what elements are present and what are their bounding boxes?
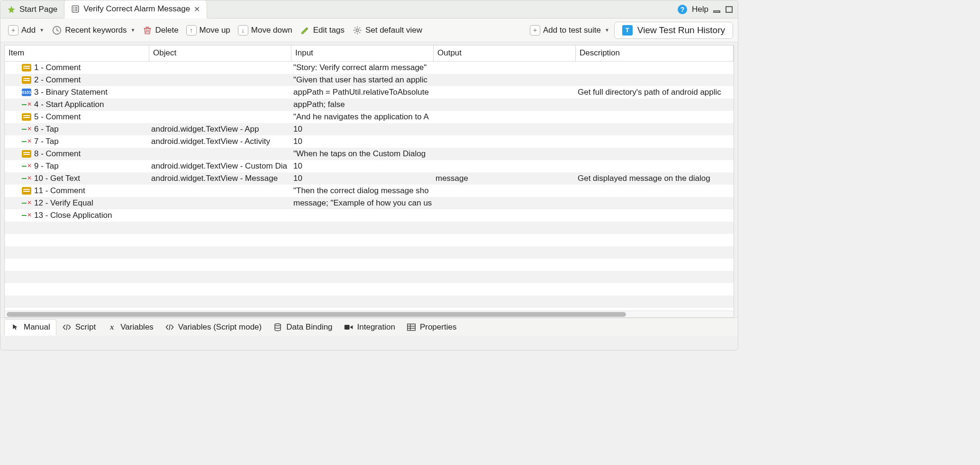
object-cell: android.widget.TextView - Activity [149,135,291,148]
object-cell [149,98,291,111]
tab-manual[interactable]: Manual [4,319,56,336]
object-cell [149,185,291,197]
code-icon [165,323,174,331]
table-row[interactable]: 4 - Start ApplicationappPath; false [5,98,734,111]
view-history-label: View Test Run History [637,25,725,36]
table-row[interactable]: 5 - Comment"And he navigates the applica… [5,111,734,123]
table-row[interactable]: 6 - Tapandroid.widget.TextView - App10 [5,123,734,135]
comment-icon [22,150,31,158]
close-icon[interactable]: ✕ [194,5,200,14]
grid-icon [407,323,416,331]
tab-variables[interactable]: x Variables [101,320,159,335]
arrow-down-icon: ↓ [238,25,248,36]
object-cell [149,209,291,222]
set-default-label: Set default view [365,26,422,35]
input-cell: 10 [291,135,434,148]
move-down-button[interactable]: ↓ Move down [235,23,295,37]
item-label: 6 - Tap [34,125,59,134]
description-cell: Get displayed message on the dialog [576,172,734,185]
add-to-suite-label: Add to test suite [543,26,601,35]
input-cell: 10 [291,123,434,135]
set-default-view-button[interactable]: Set default view [349,23,425,37]
pencil-icon [300,25,310,36]
tab-start-page[interactable]: Start Page [0,0,64,18]
maximize-icon[interactable] [726,6,733,13]
action-icon [22,125,31,133]
table-row[interactable]: 13 - Close Application [5,209,734,222]
chevron-down-icon: ▼ [39,27,44,33]
table-row[interactable]: 2 - Comment"Given that user has started … [5,74,734,86]
input-cell: "And he navigates the application to A [291,111,434,123]
help-label[interactable]: Help [692,5,708,14]
item-label: 3 - Binary Statement [34,88,108,97]
table-row [5,246,734,259]
horizontal-scrollbar[interactable] [5,311,734,317]
description-cell [576,74,734,86]
action-icon [22,199,31,207]
table-body: 1 - Comment"Story: Verify correct alarm … [5,62,734,311]
input-cell: "Then the correct dialog message sho [291,185,434,197]
column-description[interactable]: Description [576,45,734,61]
move-up-button[interactable]: ↑ Move up [183,23,233,37]
tab-label: Variables [120,322,154,332]
table-row[interactable]: 9 - Tapandroid.widget.TextView - Custom … [5,160,734,172]
item-label: 4 - Start Application [34,100,104,109]
edit-tags-button[interactable]: Edit tags [297,23,347,37]
input-cell: 10 [291,160,434,172]
tab-label: Script [75,322,96,332]
comment-icon [22,76,31,84]
output-cell [434,86,576,98]
tab-integration[interactable]: Integration [338,320,401,335]
comment-icon [22,187,31,195]
table-row[interactable]: 10 - Get Textandroid.widget.TextView - M… [5,172,734,185]
item-label: 7 - Tap [34,137,59,146]
item-label: 9 - Tap [34,161,59,171]
description-cell [576,160,734,172]
tab-label: Properties [420,322,456,332]
table-row[interactable]: 7 - Tapandroid.widget.TextView - Activit… [5,135,734,148]
column-input[interactable]: Input [291,45,434,61]
item-label: 13 - Close Application [34,211,112,220]
chevron-down-icon: ▼ [605,27,609,33]
table-row[interactable]: 11 - Comment"Then the correct dialog mes… [5,185,734,197]
column-object[interactable]: Object [149,45,291,61]
svg-rect-13 [408,324,416,331]
table-row[interactable]: 12 - Verify Equalmessage; "Example of ho… [5,197,734,209]
object-cell [149,148,291,160]
output-cell [434,135,576,148]
description-cell [576,185,734,197]
tab-verify-alarm[interactable]: Verify Correct Alarm Message ✕ [64,0,207,18]
table-row[interactable]: 8 - Comment"When he taps on the Custom D… [5,148,734,160]
svg-rect-8 [726,7,732,12]
recent-label: Recent keywords [65,26,127,35]
tab-data-binding[interactable]: Data Binding [267,320,338,335]
add-to-test-suite-button[interactable]: ＋ Add to test suite ▼ [527,23,612,37]
view-test-run-history-button[interactable]: T View Test Run History [614,22,733,39]
output-cell [434,148,576,160]
help-icon[interactable]: ? [678,5,687,14]
item-label: 8 - Comment [34,149,81,159]
table-row [5,259,734,271]
output-cell [434,62,576,74]
scrollbar-thumb[interactable] [7,312,626,317]
table-row[interactable]: 01013 - Binary StatementappPath = PathUt… [5,86,734,98]
column-item[interactable]: Item [5,45,149,61]
add-button[interactable]: ＋ Add ▼ [5,23,47,37]
edit-tags-label: Edit tags [313,26,345,35]
delete-button[interactable]: Delete [140,23,181,37]
chevron-down-icon: ▼ [131,27,136,33]
testcase-icon [71,5,80,13]
history-icon [52,25,62,36]
history-badge-icon: T [622,25,633,36]
minimize-icon[interactable] [713,6,721,13]
output-cell [434,160,576,172]
integration-icon [344,323,354,331]
comment-icon [22,113,31,121]
tab-variables-script[interactable]: Variables (Script mode) [159,320,267,335]
column-output[interactable]: Output [434,45,576,61]
svg-rect-12 [344,325,349,330]
recent-keywords-button[interactable]: Recent keywords ▼ [49,23,138,37]
table-row[interactable]: 1 - Comment"Story: Verify correct alarm … [5,62,734,74]
tab-properties[interactable]: Properties [401,320,462,335]
tab-script[interactable]: Script [56,320,101,335]
